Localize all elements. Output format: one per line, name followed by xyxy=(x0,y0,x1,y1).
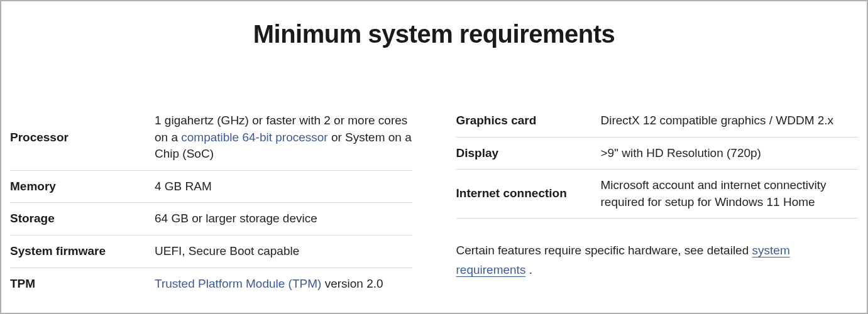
req-row-tpm: TPM Trusted Platform Module (TPM) versio… xyxy=(10,268,412,300)
req-label: Internet connection xyxy=(456,185,601,202)
req-value: Microsoft account and internet connectiv… xyxy=(601,177,859,210)
req-value: 1 gigahertz (GHz) or faster with 2 or mo… xyxy=(155,112,412,163)
page-title: Minimum system requirements xyxy=(8,20,860,48)
req-label: System firmware xyxy=(10,243,155,260)
req-row-firmware: System firmware UEFI, Secure Boot capabl… xyxy=(10,236,412,268)
req-value: UEFI, Secure Boot capable xyxy=(155,243,412,260)
right-column: Graphics card DirectX 12 compatible grap… xyxy=(456,105,859,300)
req-label: Processor xyxy=(10,129,155,146)
req-text: version 2.0 xyxy=(321,277,383,290)
req-value: 4 GB RAM xyxy=(155,178,412,195)
req-row-internet: Internet connection Microsoft account an… xyxy=(456,170,859,219)
req-label: TPM xyxy=(10,276,155,293)
requirements-columns: Processor 1 gigahertz (GHz) or faster wi… xyxy=(8,105,860,300)
req-row-storage: Storage 64 GB or larger storage device xyxy=(10,203,412,236)
req-label: Memory xyxy=(10,178,155,195)
footnote-text: . xyxy=(525,263,532,276)
compatible-processor-link[interactable]: compatible 64-bit processor xyxy=(181,131,327,144)
req-value: Trusted Platform Module (TPM) version 2.… xyxy=(155,276,412,293)
req-row-display: Display >9" with HD Resolution (720p) xyxy=(456,138,859,170)
req-label: Graphics card xyxy=(456,112,601,129)
req-value: 64 GB or larger storage device xyxy=(155,210,412,227)
left-column: Processor 1 gigahertz (GHz) or faster wi… xyxy=(10,105,412,300)
footnote: Certain features require specific hardwa… xyxy=(456,219,859,279)
req-value: DirectX 12 compatible graphics / WDDM 2.… xyxy=(601,112,859,129)
req-row-processor: Processor 1 gigahertz (GHz) or faster wi… xyxy=(10,105,412,171)
req-value: >9" with HD Resolution (720p) xyxy=(601,145,859,162)
req-label: Storage xyxy=(10,210,155,227)
req-row-memory: Memory 4 GB RAM xyxy=(10,171,412,203)
footnote-text: Certain features require specific hardwa… xyxy=(456,244,752,257)
req-row-graphics: Graphics card DirectX 12 compatible grap… xyxy=(456,105,859,138)
tpm-link[interactable]: Trusted Platform Module (TPM) xyxy=(155,277,321,290)
req-label: Display xyxy=(456,145,601,162)
